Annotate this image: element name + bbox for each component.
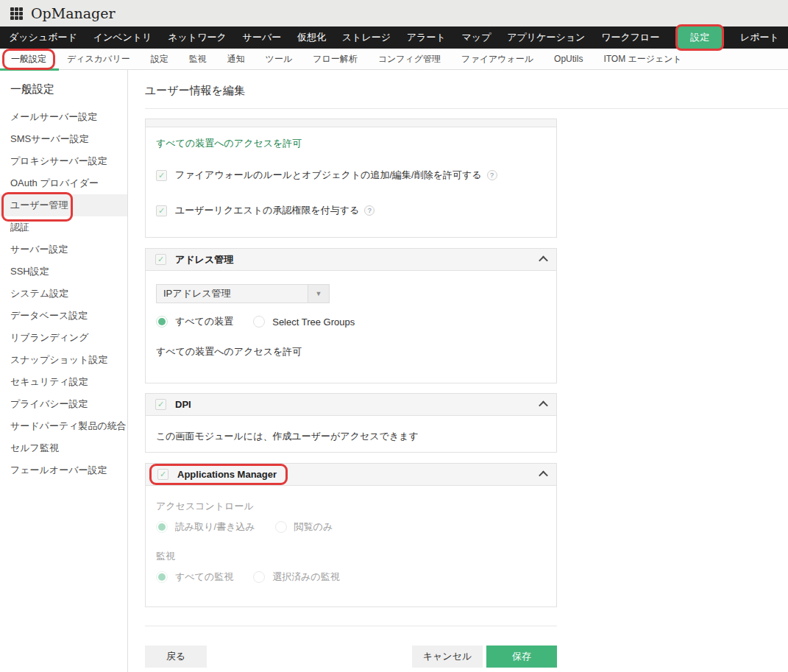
firewall-permission-label: ファイアウォールのルールとオブジェクトの追加/編集/削除を許可する (175, 169, 482, 182)
select-tree-groups-radio[interactable] (253, 316, 265, 328)
collapse-chevron-icon[interactable] (539, 256, 548, 266)
applications-manager-title: Applications Manager (177, 469, 277, 480)
app-grid-icon[interactable] (10, 7, 23, 20)
sidebar-item-self-monitoring[interactable]: セルフ監視 (0, 437, 127, 459)
sidebar-item-privacy-settings[interactable]: プライバシー設定 (0, 393, 127, 415)
dpi-access-note: この画面モジュールには、作成ユーザーがアクセスできます (146, 416, 556, 452)
sidebar-item-failover-settings[interactable]: フェールオーバー設定 (0, 459, 127, 481)
help-icon[interactable]: ? (364, 205, 375, 216)
address-management-section: ✓ アドレス管理 IPアドレス管理 ▼ すべての装置 Select Tree G… (145, 248, 557, 383)
all-monitors-radio-label: すべての監視 (175, 570, 233, 584)
annotation-red-outline: ✓ Applications Manager (149, 464, 288, 485)
subnav-item-flow-analysis[interactable]: フロー解析 (313, 53, 358, 66)
read-only-radio (275, 521, 287, 533)
app-logo: OpManager (31, 5, 116, 21)
address-module-dropdown[interactable]: IPアドレス管理 ▼ (156, 284, 330, 303)
nav-tab-alerts[interactable]: アラート (407, 26, 446, 49)
permissions-panel: すべての装置へのアクセスを許可 ✓ ファイアウォールのルールとオブジェクトの追加… (145, 119, 557, 238)
nav-tab-dashboard[interactable]: ダッシュボード (9, 26, 77, 49)
help-icon[interactable]: ? (487, 170, 497, 180)
nav-tab-storage[interactable]: ストレージ (342, 26, 391, 49)
footer-actions: 戻る キャンセル 保存 (145, 646, 557, 668)
address-management-checkbox[interactable]: ✓ (155, 254, 166, 265)
subnav-item-itom-agent[interactable]: ITOM エージェント (603, 53, 682, 66)
applications-manager-checkbox[interactable]: ✓ (157, 469, 168, 480)
applications-manager-section: ✓ Applications Manager アクセスコントロール 読み取り/書… (145, 463, 557, 607)
dpi-checkbox[interactable]: ✓ (155, 399, 166, 410)
nav-tab-network[interactable]: ネットワーク (168, 26, 227, 49)
all-devices-radio-label: すべての装置 (175, 315, 233, 328)
sidebar-item-ssh-settings[interactable]: SSH設定 (0, 261, 127, 283)
main-navigation: ダッシュボード インベントリ ネットワーク サーバー 仮想化 ストレージ アラー… (0, 26, 788, 49)
nav-tab-server[interactable]: サーバー (243, 26, 282, 49)
subnav-item-config-management[interactable]: コンフィグ管理 (378, 53, 441, 66)
dropdown-selected-value: IPアドレス管理 (157, 287, 308, 300)
main-content: ユーザー情報を編集 すべての装置へのアクセスを許可 ✓ ファイアウォールのルール… (128, 70, 788, 672)
dpi-section: ✓ DPI この画面モジュールには、作成ユーザーがアクセスできます (145, 393, 557, 453)
nav-tab-workflow[interactable]: ワークフロー (601, 26, 659, 49)
selected-monitors-radio-label: 選択済みの監視 (272, 570, 340, 584)
address-management-title: アドレス管理 (175, 253, 233, 266)
subnav-item-notification[interactable]: 通知 (227, 53, 245, 66)
firewall-permission-checkbox[interactable]: ✓ (156, 170, 167, 181)
cancel-button[interactable]: キャンセル (412, 646, 483, 668)
sidebar-item-system-settings[interactable]: システム設定 (0, 283, 127, 305)
subnav-item-firewall[interactable]: ファイアウォール (461, 53, 533, 66)
allow-all-devices-link[interactable]: すべての装置へのアクセスを許可 (156, 137, 546, 150)
back-button[interactable]: 戻る (145, 646, 207, 668)
nav-tab-inventory[interactable]: インベントリ (93, 26, 152, 49)
nav-tab-reports[interactable]: レポート (740, 26, 779, 49)
all-monitors-radio (156, 571, 168, 583)
settings-sub-navigation: 一般設定 ディスカバリー 設定 監視 通知 ツール フロー解析 コンフィグ管理 … (0, 49, 788, 70)
read-write-radio-label: 読み取り/書き込み (175, 520, 255, 534)
settings-sidebar: 一般設定 メールサーバー設定 SMSサーバー設定 プロキシサーバー設定 OAut… (0, 70, 128, 672)
sidebar-item-third-party-integrations[interactable]: サードパーティ製品の統合 (0, 415, 127, 437)
sidebar-item-user-management[interactable]: ユーザー管理 (0, 194, 127, 216)
sidebar-item-database-settings[interactable]: データベース設定 (0, 305, 127, 327)
subnav-item-general-settings[interactable]: 一般設定 (2, 49, 55, 70)
address-access-note: すべての装置へのアクセスを許可 (156, 345, 546, 358)
nav-tab-virtualization[interactable]: 仮想化 (297, 26, 326, 49)
subnav-item-oputils[interactable]: OpUtils (554, 54, 583, 64)
sidebar-item-security-settings[interactable]: セキュリティ設定 (0, 371, 127, 393)
footer-divider (145, 626, 557, 626)
top-app-bar: OpManager (0, 0, 788, 26)
access-control-label: アクセスコントロール (156, 500, 546, 513)
sidebar-item-sms-server[interactable]: SMSサーバー設定 (0, 128, 127, 150)
sidebar-item-server-settings[interactable]: サーバー設定 (0, 238, 127, 261)
subnav-item-monitoring[interactable]: 監視 (189, 53, 207, 66)
subnav-item-tools[interactable]: ツール (266, 53, 293, 66)
sidebar-item-snapshot-settings[interactable]: スナップショット設定 (0, 349, 127, 371)
read-write-radio (156, 521, 168, 533)
title-divider (145, 108, 788, 109)
sidebar-title: 一般設定 (10, 82, 127, 96)
select-tree-groups-radio-label: Select Tree Groups (272, 316, 355, 328)
approval-permission-checkbox[interactable]: ✓ (156, 205, 167, 216)
nav-tab-applications[interactable]: アプリケーション (507, 26, 585, 49)
collapse-chevron-icon[interactable] (539, 401, 548, 411)
sidebar-item-rebranding[interactable]: リブランディング (0, 327, 127, 349)
clipped-section-header (146, 119, 556, 127)
collapse-chevron-icon[interactable] (539, 471, 548, 481)
nav-tab-settings[interactable]: 設定 (675, 24, 724, 51)
sidebar-item-mail-server[interactable]: メールサーバー設定 (0, 106, 127, 128)
sidebar-item-authentication[interactable]: 認証 (0, 216, 127, 238)
all-devices-radio[interactable] (156, 316, 168, 328)
read-only-radio-label: 閲覧のみ (294, 520, 333, 534)
page-title: ユーザー情報を編集 (145, 84, 788, 97)
nav-tab-maps[interactable]: マップ (462, 26, 491, 49)
sidebar-item-proxy-server[interactable]: プロキシサーバー設定 (0, 150, 127, 172)
sidebar-item-oauth-provider[interactable]: OAuth プロバイダー (0, 172, 127, 194)
approval-permission-label: ユーザーリクエストの承認権限を付与する (175, 204, 359, 217)
monitoring-label: 監視 (156, 550, 546, 563)
save-button[interactable]: 保存 (486, 646, 557, 668)
selected-monitors-radio (253, 571, 265, 583)
dpi-title: DPI (175, 399, 191, 410)
subnav-item-settings[interactable]: 設定 (151, 53, 168, 66)
dropdown-caret-icon[interactable]: ▼ (308, 285, 329, 303)
subnav-item-discovery[interactable]: ディスカバリー (67, 53, 130, 66)
